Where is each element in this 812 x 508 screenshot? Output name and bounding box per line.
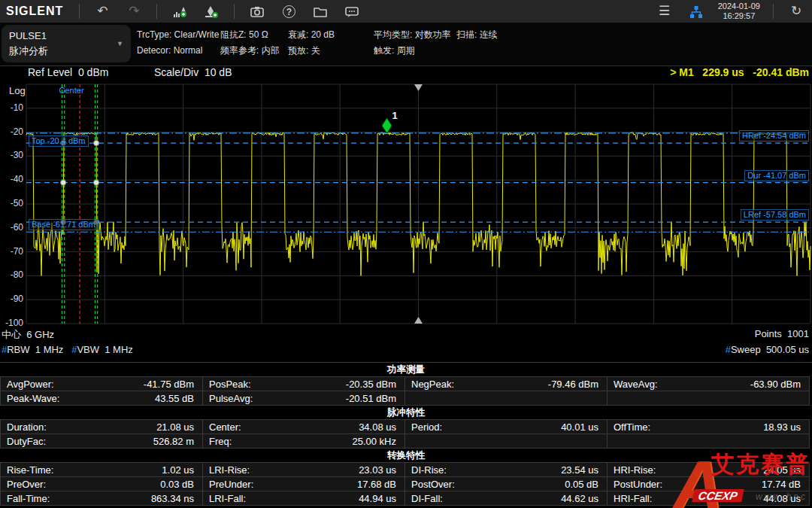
settings-bar: PULSE1 脉冲分析 ▼ TrcType: Clear/WriteDeteco… (0, 23, 812, 66)
table-cell-label: AvgPower: (7, 379, 54, 390)
rbw-vbw[interactable]: #RBW 1 MHz #VBW 1 MHz (2, 344, 133, 355)
table-cell-label: DI-Fall: (411, 493, 443, 504)
y-axis-tick: -90 (0, 294, 23, 304)
y-axis-tick: -70 (0, 246, 23, 257)
table-cell-label: Rise-Time: (7, 464, 53, 476)
separator (156, 4, 157, 19)
message-icon[interactable] (336, 0, 368, 23)
sweep-value: Sweep 500.05 us (731, 344, 809, 355)
gate-center-label: Center (59, 86, 84, 95)
table-cell-label: LRI-Rise: (209, 464, 250, 476)
measurement-tables: 功率测量AvgPower:-41.75 dBmPosPeak:-20.35 dB… (0, 362, 812, 506)
table-cell: Period:40.01 us (404, 419, 607, 434)
table-cell: Rise-Time:1.02 us (0, 462, 203, 477)
table-cell-value: 1.02 us (162, 464, 194, 476)
date-text: 2024-01-09 (718, 2, 760, 11)
table-section-title: 脉冲特性 (0, 406, 812, 419)
table-cell: HRI-Fall:44.08 us (607, 491, 810, 506)
table-cell-value: 24.05 us (763, 464, 801, 476)
table-cell-value: -63.90 dBm (750, 379, 801, 390)
marker-readout: > M1 229.9 us -20.41 dBm (670, 66, 809, 78)
table-cell-label: DutyFac: (7, 436, 46, 447)
setting-line: 频率参考: 内部 (220, 45, 280, 56)
table-cell: DI-Fall:44.62 us (404, 491, 607, 506)
table-cell-label: Freq: (209, 436, 232, 447)
setting-sweep[interactable]: 扫描: 连续 (456, 27, 498, 43)
table-row: PreOver:0.03 dBPreUnder:17.68 dBPostOver… (0, 476, 812, 491)
sweep-time[interactable]: #Sweep 500.05 us (726, 344, 809, 355)
add-trace-icon[interactable] (164, 0, 195, 23)
reset-history-icon[interactable]: ↻ (780, 0, 812, 23)
undo-icon[interactable]: ↶ (86, 0, 118, 23)
table-section-title: 功率测量 (0, 363, 812, 376)
table-cell-label: PostOver: (411, 479, 455, 490)
table-cell-value: 23.03 us (359, 464, 396, 476)
y-axis-tick: -40 (0, 174, 23, 184)
table-cell: DI-Rise:23.54 us (404, 462, 607, 477)
table-cell-label: Fall-Time: (7, 493, 50, 504)
screenshot-camera-icon[interactable] (241, 0, 273, 23)
peak-search-icon[interactable] (195, 0, 227, 23)
file-folder-icon[interactable] (304, 0, 336, 23)
hash-mark: # (726, 344, 731, 355)
table-cell-value: 21.08 us (156, 421, 194, 433)
redo-icon[interactable]: ↷ (118, 0, 150, 23)
mode-subtitle: 脉冲分析 (9, 44, 123, 59)
table-cell-value: 44.94 us (359, 493, 396, 504)
table-cell-value: 526.82 m (153, 436, 194, 447)
chart-plot[interactable]: Log -10-20-30-40-50-60-70-80-90-100Top -… (0, 78, 812, 327)
table-cell-label: LRI-Fall: (209, 493, 246, 504)
status-row-1: 中心 6 GHz Points 1001 (0, 328, 812, 343)
setting-average[interactable]: 平均类型: 对数功率触发: 周期 (374, 27, 451, 59)
help-icon[interactable]: ? (273, 0, 304, 23)
separator (773, 4, 774, 19)
table-cell-label: Period: (411, 421, 442, 433)
table-cell-label: HRI-Fall: (614, 493, 652, 504)
level-label-lref: LRef -57.58 dBm (741, 209, 809, 221)
table-cell: Fall-Time:863.34 ns (0, 491, 203, 506)
table-cell-value: 863.34 ns (151, 493, 194, 504)
table-cell-label: HRI-Rise: (614, 464, 656, 476)
y-axis-tick: -30 (0, 150, 23, 160)
table-cell: Center:34.08 us (202, 419, 405, 434)
y-axis-tick: -80 (0, 269, 23, 280)
center-frequency[interactable]: 中心 6 GHz (2, 328, 54, 342)
setting-trace[interactable]: TrcType: Clear/WriteDetecor: Normal (137, 27, 219, 59)
brand-logo: SIGLENT (0, 5, 72, 18)
setting-line: 触发: 周期 (374, 45, 415, 56)
table-cell-label: PreOver: (7, 479, 46, 490)
table-cell-value: 0.03 dB (160, 479, 194, 490)
marker-label[interactable]: 1 (392, 110, 398, 121)
table-row: AvgPower:-41.75 dBmPosPeak:-20.35 dBmNeg… (0, 376, 812, 391)
ref-level[interactable]: Ref Level 0 dBm (28, 66, 108, 78)
table-cell: PreUnder:17.68 dB (202, 476, 405, 491)
mode-dropdown[interactable]: PULSE1 脉冲分析 ▼ (2, 25, 131, 62)
network-icon[interactable] (680, 0, 712, 23)
table-cell-value: -79.46 dBm (548, 379, 598, 390)
toolbar-right: ☰ 2024-01-09 16:29:57 ↻ (649, 0, 812, 23)
table-row: DutyFac:526.82 mFreq:25.00 kHz (0, 433, 812, 449)
table-cell: LRI-Fall:44.94 us (202, 491, 405, 506)
table-row: Rise-Time:1.02 usLRI-Rise:23.03 usDI-Ris… (0, 462, 812, 477)
table-cell-value: 40.01 us (561, 421, 598, 433)
table-cell-label: Peak-Wave: (7, 393, 59, 404)
table-cell: DutyFac:526.82 m (0, 433, 203, 449)
toolbar: SIGLENT ↶ ↷ ? ☰ 2024-01-09 16:29:57 ↻ (0, 0, 812, 23)
rbw-value: RBW 1 MHz (7, 344, 63, 355)
table-cell (404, 391, 607, 406)
setting-impedance[interactable]: 阻抗Z: 50 Ω频率参考: 内部 (220, 27, 280, 59)
menu-list-icon[interactable]: ☰ (649, 0, 680, 23)
table-cell-value: 0.05 dB (565, 479, 598, 490)
table-cell-value: 17.68 dB (357, 479, 396, 490)
level-label-base: Base -61.71 dBm (29, 219, 98, 230)
separator (79, 4, 80, 19)
setting-atten[interactable]: 衰减: 20 dB预放: 关 (288, 27, 335, 59)
table-cell: Peak-Wave:43.55 dB (0, 391, 203, 406)
setting-line: 扫描: 连续 (456, 29, 498, 40)
table-row: Peak-Wave:43.55 dBPulseAvg:-20.51 dBm (0, 391, 812, 406)
table-cell-label: PulseAvg: (209, 393, 253, 404)
table-cell: PosPeak:-20.35 dBm (202, 376, 405, 391)
level-label-dur: Dur -41.07 dBm (744, 170, 809, 181)
table-cell: WaveAvg:-63.90 dBm (607, 376, 810, 391)
scale-per-div[interactable]: Scale/Div 10 dB (154, 66, 232, 78)
